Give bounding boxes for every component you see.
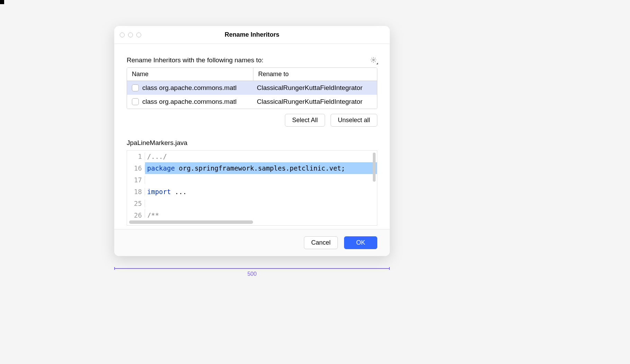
- row-checkbox[interactable]: [132, 98, 139, 105]
- prompt-text: Rename Inheritors with the following nam…: [127, 56, 263, 64]
- code-text: package org.springframework.samples.petc…: [145, 162, 377, 174]
- table-header: Name Rename to: [127, 68, 377, 81]
- line-number: 16: [127, 164, 145, 172]
- titlebar: Rename Inheritors: [114, 26, 390, 44]
- code-line: 25: [127, 198, 377, 209]
- horizontal-scrollbar[interactable]: [129, 220, 253, 224]
- inheritors-table: Name Rename to class org.apache.commons.…: [127, 67, 377, 109]
- selection-buttons: Select All Unselect all: [127, 114, 377, 127]
- dialog-content: Rename Inheritors with the following nam…: [114, 44, 390, 226]
- code-line: 26 /**: [127, 209, 377, 218]
- line-number: 25: [127, 200, 145, 207]
- select-all-button[interactable]: Select All: [285, 114, 325, 127]
- rename-inheritors-dialog: Rename Inheritors Rename Inheritors with…: [114, 26, 390, 256]
- settings-button[interactable]: [370, 57, 377, 64]
- dialog-title: Rename Inheritors: [120, 31, 384, 38]
- ruler-tick-left: [114, 267, 115, 270]
- code-line: 17: [127, 174, 377, 186]
- column-header-rename-to[interactable]: Rename to: [253, 68, 377, 81]
- code-line: 18 import ...: [127, 186, 377, 198]
- close-window-button[interactable]: [120, 33, 125, 37]
- cell-rename-to: ClassicalRungerKuttaFieldIntegrator: [253, 98, 377, 106]
- ruler-line: [114, 268, 390, 269]
- unselect-all-button[interactable]: Unselect all: [331, 114, 377, 127]
- table-row[interactable]: class org.apache.commons.matl ClassicalR…: [127, 81, 377, 95]
- prompt-row: Rename Inheritors with the following nam…: [127, 56, 377, 64]
- svg-point-0: [373, 59, 375, 61]
- ok-button[interactable]: OK: [344, 236, 377, 249]
- preview-filename: JpaLineMarkers.java: [127, 139, 377, 147]
- dimension-ruler: 500: [114, 268, 390, 277]
- code-preview[interactable]: 1 /.../ 16 package org.springframework.s…: [127, 150, 377, 226]
- line-number: 17: [127, 176, 145, 184]
- cell-name: class org.apache.commons.matl: [127, 84, 253, 92]
- class-name-text: class org.apache.commons.matl: [142, 84, 236, 92]
- cancel-button[interactable]: Cancel: [304, 236, 338, 249]
- ruler-tick-right: [389, 267, 390, 270]
- code-text: import ...: [145, 188, 187, 195]
- cell-rename-to: ClassicalRungerKuttaFieldIntegrator: [253, 84, 377, 92]
- code-line: 1 /.../: [127, 151, 377, 162]
- window-controls: [120, 33, 141, 37]
- line-number: 18: [127, 188, 145, 195]
- cell-name: class org.apache.commons.matl: [127, 98, 253, 106]
- row-checkbox[interactable]: [132, 84, 139, 91]
- ruler-value: 500: [114, 271, 390, 277]
- class-name-text: class org.apache.commons.matl: [142, 98, 236, 106]
- vertical-scrollbar[interactable]: [373, 153, 376, 182]
- page-corner-marker: [0, 0, 4, 4]
- dialog-footer: Cancel OK: [114, 229, 390, 256]
- column-header-name[interactable]: Name: [127, 68, 253, 81]
- minimize-window-button[interactable]: [128, 33, 133, 37]
- code-text: /**: [145, 209, 159, 218]
- resize-grip-icon: [376, 63, 378, 64]
- line-number: 26: [127, 209, 145, 218]
- gear-icon: [370, 57, 377, 63]
- line-number: 1: [127, 153, 145, 160]
- code-text: /.../: [145, 153, 167, 160]
- code-line: 16 package org.springframework.samples.p…: [127, 162, 377, 174]
- table-row[interactable]: class org.apache.commons.matl ClassicalR…: [127, 95, 377, 109]
- zoom-window-button[interactable]: [136, 33, 141, 37]
